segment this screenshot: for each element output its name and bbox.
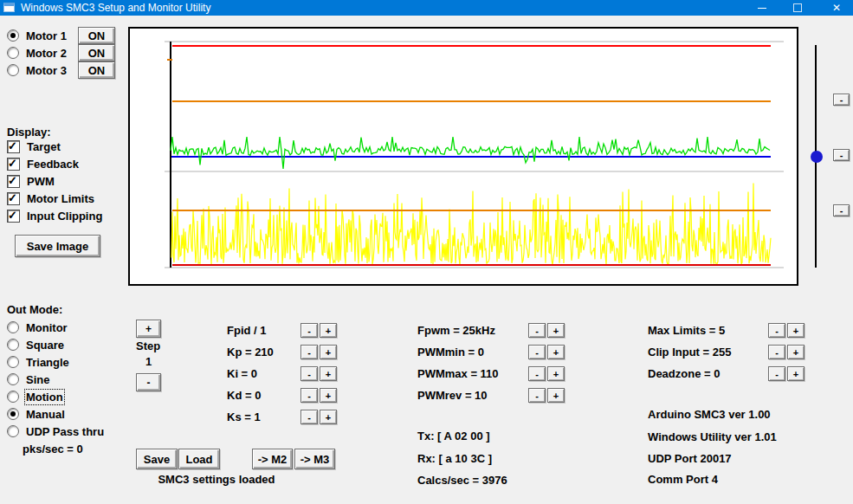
pks-per-sec-value: pks/sec = 0 [23,443,83,456]
motion-radio[interactable] [7,391,19,403]
udp-pass-thru-radio[interactable] [7,425,19,437]
step-plus-button[interactable]: + [136,320,161,338]
sine-radio[interactable] [7,373,19,385]
pwmmax-minus-button[interactable]: - [528,366,546,381]
minimize-icon [758,8,766,9]
monitor-radio[interactable] [7,321,19,333]
scale-2-minus-button[interactable]: - [833,149,850,161]
motor-3-option[interactable]: Motor 3 [7,63,67,77]
fpid-minus-button[interactable]: - [300,323,318,338]
feedback-checkbox[interactable]: ✓ [7,158,20,171]
signal-plot [128,27,798,286]
check-icon: ✓ [8,191,17,204]
manual-label: Manual [26,408,65,421]
pwm-checkbox-row[interactable]: ✓ PWM [7,174,55,188]
title-bar: Windows SMC3 Setup and Monitor Utility ✕ [0,0,853,16]
pwmmax-plus-button[interactable]: + [547,366,565,381]
target-checkbox-row[interactable]: ✓ Target [7,139,61,153]
clip-input-minus-button[interactable]: - [768,345,785,359]
pwm-checkbox[interactable]: ✓ [7,175,20,188]
ks-plus-button[interactable]: + [320,410,337,424]
manual-radio[interactable] [7,408,19,420]
max-limits-label: Max Limits = 5 [648,324,725,337]
motor-limits-checkbox-row[interactable]: ✓ Motor Limits [7,191,94,205]
motor-1-on-button[interactable]: ON [78,27,115,44]
maximize-icon [793,3,802,12]
smc3-window: Windows SMC3 Setup and Monitor Utility ✕… [0,0,853,504]
scale-3-minus-button[interactable]: - [833,204,850,216]
pwm-checkbox-label: PWM [27,175,55,188]
motor-limits-checkbox-label: Motor Limits [27,192,94,205]
load-button[interactable]: Load [178,449,220,469]
fpid-plus-button[interactable]: + [320,323,337,338]
deadzone-minus-button[interactable]: - [768,366,785,381]
max-limits-plus-button[interactable]: + [787,323,805,338]
fpwm-minus-button[interactable]: - [528,323,546,338]
input-clipping-checkbox[interactable]: ✓ [7,210,20,223]
out-mode-udp[interactable]: UDP Pass thru [7,424,104,438]
out-mode-triangle[interactable]: Triangle [7,355,69,369]
arduino-version: Arduino SMC3 ver 1.00 [648,408,771,421]
ki-plus-button[interactable]: + [320,366,337,381]
ks-minus-button[interactable]: - [300,410,318,424]
motor-3-on-button[interactable]: ON [78,61,115,79]
motor-1-radio[interactable] [7,29,19,42]
fpwm-plus-button[interactable]: + [547,323,565,338]
triangle-radio[interactable] [7,356,19,368]
triangle-label: Triangle [26,356,69,369]
motor-2-label: Motor 2 [26,47,67,60]
motor-3-radio[interactable] [7,64,19,76]
save-button[interactable]: Save [136,449,178,469]
kp-plus-button[interactable]: + [320,345,337,359]
square-radio[interactable] [7,339,19,351]
motor-2-radio[interactable] [7,47,19,59]
motor-2-on-button[interactable]: ON [78,44,115,61]
motor-limits-checkbox[interactable]: ✓ [7,192,20,205]
out-mode-square[interactable]: Square [7,338,64,352]
step-minus-button[interactable]: - [136,373,161,391]
ki-label: Ki = 0 [227,367,257,380]
out-mode-sine[interactable]: Sine [7,372,49,386]
save-image-button[interactable]: Save Image [15,235,100,257]
fpid-label: Fpid / 1 [227,324,267,337]
out-mode-monitor[interactable]: Monitor [7,320,68,334]
close-button[interactable]: ✕ [823,0,850,16]
scale-1-minus-button[interactable]: - [833,94,850,106]
scale-slider-thumb[interactable] [811,151,823,163]
input-clipping-checkbox-label: Input Clipping [27,210,102,223]
pwmrev-plus-button[interactable]: + [547,388,565,403]
input-clipping-checkbox-row[interactable]: ✓ Input Clipping [7,209,102,223]
copy-to-m3-button[interactable]: -> M3 [294,449,335,469]
kd-minus-button[interactable]: - [300,388,318,403]
ks-label: Ks = 1 [227,410,261,423]
target-checkbox[interactable]: ✓ [7,140,20,153]
minimize-button[interactable] [748,0,776,16]
motion-label: Motion [26,391,63,404]
max-limits-minus-button[interactable]: - [768,323,785,338]
check-icon: ✓ [8,139,17,152]
deadzone-plus-button[interactable]: + [787,366,805,381]
kp-minus-button[interactable]: - [300,345,318,359]
kd-plus-button[interactable]: + [320,388,337,403]
out-mode-motion[interactable]: Motion [7,390,63,404]
pwmmin-plus-button[interactable]: + [547,345,565,359]
motor-1-option[interactable]: Motor 1 [7,29,67,42]
clip-input-plus-button[interactable]: + [787,345,805,359]
pwmrev-minus-button[interactable]: - [528,388,546,403]
maximize-button[interactable] [784,0,811,16]
feedback-checkbox-row[interactable]: ✓ Feedback [7,157,79,171]
check-icon: ✓ [8,174,17,187]
out-mode-manual[interactable]: Manual [7,407,65,421]
pwmmax-label: PWMmax = 110 [417,367,499,380]
motor-2-option[interactable]: Motor 2 [7,46,67,60]
display-heading: Display: [7,126,51,139]
tx-value: Tx: [ A 02 00 ] [417,430,490,443]
copy-to-m2-button[interactable]: -> M2 [252,449,293,469]
target-checkbox-label: Target [27,140,61,153]
comm-port-value: Comm Port 4 [648,473,718,486]
pwmmin-minus-button[interactable]: - [528,345,546,359]
settings-status: SMC3 settings loaded [139,473,294,486]
out-mode-heading: Out Mode: [7,303,62,316]
ki-minus-button[interactable]: - [300,366,318,381]
kp-label: Kp = 210 [227,346,274,359]
